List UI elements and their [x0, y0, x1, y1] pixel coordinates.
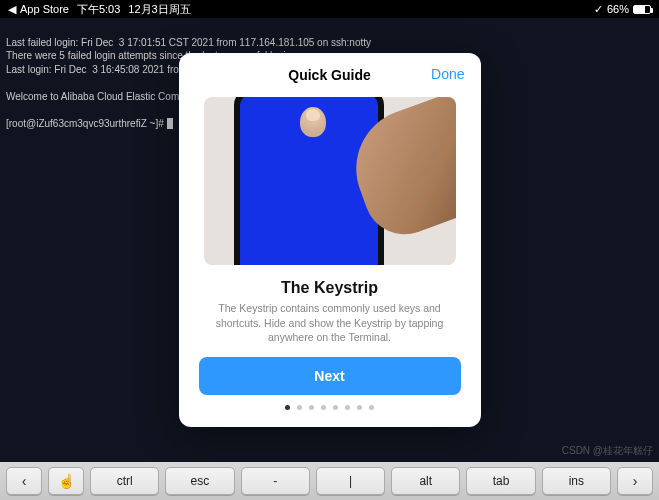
keystrip-key--[interactable]: -: [241, 467, 310, 495]
keystrip-prev-button[interactable]: ‹: [6, 467, 42, 495]
keystrip-next-button[interactable]: ›: [617, 467, 653, 495]
watermark: CSDN @桂花年糕仔: [562, 444, 653, 458]
card-title: The Keystrip: [179, 279, 481, 297]
page-dot[interactable]: [297, 405, 302, 410]
keystrip-key-tab[interactable]: tab: [466, 467, 535, 495]
status-bar: ◀ App Store 下午5:03 12月3日周五 ✓ 66%: [0, 0, 659, 18]
cursor-icon: [167, 118, 173, 129]
terminal-prompt: [root@iZuf63cm3qvc93urthrefiZ ~]#: [6, 117, 164, 131]
done-button[interactable]: Done: [431, 66, 464, 82]
keystrip-pointer-button[interactable]: ☝: [48, 467, 84, 495]
wifi-icon: ✓: [594, 3, 603, 16]
keystrip-key-esc[interactable]: esc: [165, 467, 234, 495]
keystrip-key-alt[interactable]: alt: [391, 467, 460, 495]
page-dot[interactable]: [333, 405, 338, 410]
terminal-line: Last failed login: Fri Dec 3 17:01:51 CS…: [6, 37, 371, 48]
guide-illustration: qwertyuiop asdfghjkl: [204, 97, 456, 265]
page-dot[interactable]: [369, 405, 374, 410]
page-dot[interactable]: [309, 405, 314, 410]
page-indicator[interactable]: [179, 405, 481, 410]
page-dot[interactable]: [357, 405, 362, 410]
keystrip-key-pipe[interactable]: |: [316, 467, 385, 495]
next-button[interactable]: Next: [199, 357, 461, 395]
page-dot[interactable]: [285, 405, 290, 410]
battery-percent: 66%: [607, 3, 629, 15]
keystrip-key-ins[interactable]: ins: [542, 467, 611, 495]
page-dot[interactable]: [345, 405, 350, 410]
back-app-label[interactable]: App Store: [20, 3, 69, 15]
page-dot[interactable]: [321, 405, 326, 410]
keystrip-key-ctrl[interactable]: ctrl: [90, 467, 159, 495]
card-description: The Keystrip contains commonly used keys…: [179, 297, 481, 345]
status-time: 下午5:03: [77, 2, 120, 17]
back-caret-icon[interactable]: ◀: [8, 3, 16, 16]
keystrip-bar: ‹ ☝ ctrlesc-|alttabins ›: [0, 462, 659, 500]
status-date: 12月3日周五: [128, 2, 190, 17]
modal-title: Quick Guide: [288, 67, 370, 83]
quick-guide-modal: Quick Guide Done qwertyuiop asdfghjkl Th…: [179, 53, 481, 427]
battery-icon: [633, 5, 651, 14]
